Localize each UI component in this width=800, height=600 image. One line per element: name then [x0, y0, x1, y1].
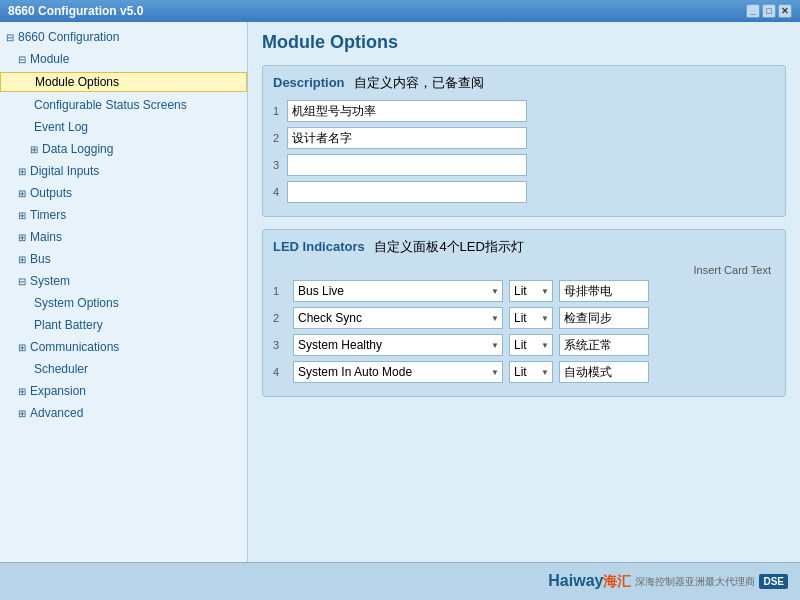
sidebar-label-config-root[interactable]: ⊟8660 Configuration	[0, 28, 247, 46]
led-lit-select-4[interactable]: LitUnlitFlash	[509, 361, 553, 383]
sidebar-label-digital-inputs[interactable]: ⊞Digital Inputs	[0, 162, 247, 180]
sidebar-label-data-logging[interactable]: ⊞Data Logging	[0, 140, 247, 158]
led-lit-select-1[interactable]: LitUnlitFlash	[509, 280, 553, 302]
led-text-2[interactable]	[559, 307, 649, 329]
sidebar-label-system[interactable]: ⊟System	[0, 272, 247, 290]
brand-subtext: 深海控制器亚洲最大代理商	[635, 575, 755, 589]
desc-row-num-4: 4	[273, 186, 287, 198]
expand-icon: ⊞	[18, 232, 26, 243]
led-row-4: 4Bus LiveCheck SyncSystem HealthySystem …	[273, 361, 775, 383]
sidebar-label-timers[interactable]: ⊞Timers	[0, 206, 247, 224]
led-text-3[interactable]	[559, 334, 649, 356]
sidebar-text-mains: Mains	[30, 230, 62, 244]
sidebar-item-timers[interactable]: ⊞Timers	[0, 204, 247, 226]
led-row-1: 1Bus LiveCheck SyncSystem HealthySystem …	[273, 280, 775, 302]
expand-icon: ⊞	[30, 144, 38, 155]
led-row-num-3: 3	[273, 339, 287, 351]
led-text-1[interactable]	[559, 280, 649, 302]
led-row-num-2: 2	[273, 312, 287, 324]
maximize-button[interactable]: □	[762, 4, 776, 18]
sidebar-label-plant-battery[interactable]: Plant Battery	[0, 316, 247, 334]
sidebar-item-communications[interactable]: ⊞Communications	[0, 336, 247, 358]
led-select-4[interactable]: Bus LiveCheck SyncSystem HealthySystem I…	[293, 361, 503, 383]
expand-icon: ⊞	[18, 408, 26, 419]
led-row-num-1: 1	[273, 285, 287, 297]
desc-row-num-3: 3	[273, 159, 287, 171]
led-lit-select-2[interactable]: LitUnlitFlash	[509, 307, 553, 329]
sidebar-item-event-log[interactable]: Event Log	[0, 116, 247, 138]
led-select-3[interactable]: Bus LiveCheck SyncSystem HealthySystem I…	[293, 334, 503, 356]
sidebar-label-configurable-status[interactable]: Configurable Status Screens	[0, 96, 247, 114]
led-select-wrapper-1: Bus LiveCheck SyncSystem HealthySystem I…	[293, 280, 503, 302]
led-select-wrapper-4: Bus LiveCheck SyncSystem HealthySystem I…	[293, 361, 503, 383]
sidebar-text-bus: Bus	[30, 252, 51, 266]
sidebar-item-system[interactable]: ⊟System	[0, 270, 247, 292]
sidebar-item-system-options[interactable]: System Options	[0, 292, 247, 314]
desc-input-2[interactable]	[287, 127, 527, 149]
sidebar-text-expansion: Expansion	[30, 384, 86, 398]
sidebar-item-advanced[interactable]: ⊞Advanced	[0, 402, 247, 424]
sidebar-label-module[interactable]: ⊟Module	[0, 50, 247, 68]
sidebar-item-outputs[interactable]: ⊞Outputs	[0, 182, 247, 204]
led-row-num-4: 4	[273, 366, 287, 378]
sidebar-label-mains[interactable]: ⊞Mains	[0, 228, 247, 246]
desc-input-4[interactable]	[287, 181, 527, 203]
led-section: LED Indicators 自定义面板4个LED指示灯 Insert Card…	[262, 229, 786, 397]
brand-logo: Haiway海汇 深海控制器亚洲最大代理商 DSE	[548, 572, 788, 591]
sidebar-item-config-root[interactable]: ⊟8660 Configuration	[0, 26, 247, 48]
led-text-4[interactable]	[559, 361, 649, 383]
sidebar-item-module[interactable]: ⊟Module	[0, 48, 247, 70]
sidebar-item-plant-battery[interactable]: Plant Battery	[0, 314, 247, 336]
minimize-button[interactable]: _	[746, 4, 760, 18]
sidebar-label-event-log[interactable]: Event Log	[0, 118, 247, 136]
desc-input-3[interactable]	[287, 154, 527, 176]
sidebar-label-communications[interactable]: ⊞Communications	[0, 338, 247, 356]
sidebar-item-data-logging[interactable]: ⊞Data Logging	[0, 138, 247, 160]
sidebar-label-module-options[interactable]: Module Options	[0, 72, 247, 92]
footer: Haiway海汇 深海控制器亚洲最大代理商 DSE	[0, 562, 800, 600]
led-select-2[interactable]: Bus LiveCheck SyncSystem HealthySystem I…	[293, 307, 503, 329]
sidebar-label-expansion[interactable]: ⊞Expansion	[0, 382, 247, 400]
sidebar-text-system: System	[30, 274, 70, 288]
title-bar: 8660 Configuration v5.0 _ □ ✕	[0, 0, 800, 22]
sidebar-item-scheduler[interactable]: Scheduler	[0, 358, 247, 380]
expand-icon: ⊞	[18, 254, 26, 265]
sidebar-label-outputs[interactable]: ⊞Outputs	[0, 184, 247, 202]
sidebar-item-mains[interactable]: ⊞Mains	[0, 226, 247, 248]
expand-icon: ⊞	[18, 342, 26, 353]
description-section: Description 自定义内容，已备查阅 1234	[262, 65, 786, 217]
page-title: Module Options	[262, 32, 786, 53]
sidebar-item-module-options[interactable]: Module Options	[0, 70, 247, 94]
desc-row-num-1: 1	[273, 105, 287, 117]
desc-row-3: 3	[273, 154, 775, 176]
led-lit-select-3[interactable]: LitUnlitFlash	[509, 334, 553, 356]
sidebar-label-scheduler[interactable]: Scheduler	[0, 360, 247, 378]
sidebar-text-advanced: Advanced	[30, 406, 83, 420]
sidebar-label-bus[interactable]: ⊞Bus	[0, 250, 247, 268]
sidebar-label-system-options[interactable]: System Options	[0, 294, 247, 312]
led-lit-wrapper-1: LitUnlitFlash	[509, 280, 553, 302]
sidebar-item-digital-inputs[interactable]: ⊞Digital Inputs	[0, 160, 247, 182]
desc-input-1[interactable]	[287, 100, 527, 122]
insert-card-label: Insert Card Text	[273, 264, 771, 276]
sidebar-text-configurable-status: Configurable Status Screens	[34, 98, 187, 112]
led-lit-wrapper-2: LitUnlitFlash	[509, 307, 553, 329]
led-select-wrapper-2: Bus LiveCheck SyncSystem HealthySystem I…	[293, 307, 503, 329]
led-row-2: 2Bus LiveCheck SyncSystem HealthySystem …	[273, 307, 775, 329]
sidebar-label-advanced[interactable]: ⊞Advanced	[0, 404, 247, 422]
collapse-icon: ⊟	[18, 276, 26, 287]
dse-badge: DSE	[759, 574, 788, 589]
sidebar-item-bus[interactable]: ⊞Bus	[0, 248, 247, 270]
expand-icon: ⊞	[18, 188, 26, 199]
window-controls: _ □ ✕	[746, 4, 792, 18]
sidebar: ⊟8660 Configuration⊟ModuleModule Options…	[0, 22, 248, 562]
sidebar-text-module: Module	[30, 52, 69, 66]
sidebar-text-communications: Communications	[30, 340, 119, 354]
sidebar-item-configurable-status[interactable]: Configurable Status Screens	[0, 94, 247, 116]
led-select-1[interactable]: Bus LiveCheck SyncSystem HealthySystem I…	[293, 280, 503, 302]
sidebar-text-digital-inputs: Digital Inputs	[30, 164, 99, 178]
collapse-icon: ⊟	[6, 32, 14, 43]
sidebar-item-expansion[interactable]: ⊞Expansion	[0, 380, 247, 402]
app-title: 8660 Configuration v5.0	[8, 4, 143, 18]
close-button[interactable]: ✕	[778, 4, 792, 18]
